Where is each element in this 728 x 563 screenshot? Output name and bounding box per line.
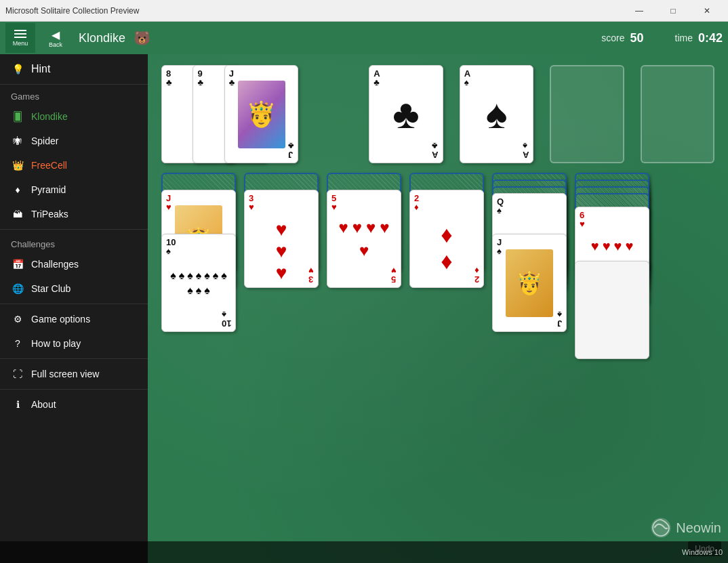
hint-label: Hint	[31, 63, 50, 75]
foundation-empty-1[interactable]	[550, 65, 624, 163]
card-rank-top: 10♠	[166, 238, 176, 255]
titlebar-controls: — □ ✕	[624, 0, 723, 22]
card-suit-center: ♣	[392, 94, 419, 135]
sidebar-item-game-options[interactable]: ⚙ Game options	[0, 307, 148, 331]
klondike-label: Klondike	[31, 111, 68, 122]
card-3-hearts[interactable]: 3♥ ♥ ♥ ♥ 3♥	[244, 190, 319, 288]
card-5-hearts[interactable]: 5♥ ♥ ♥ ♥ ♥ ♥ 5♥	[327, 190, 401, 288]
challenges-section-label: Challenges	[0, 232, 148, 252]
card-rank-top: 2♦	[414, 194, 419, 211]
card-10-spades[interactable]: 10♠ ♠♠ ♠♠ ♠♠ ♠♠ ♠♠ 10♠	[161, 234, 236, 332]
card-rank-top: A♠	[464, 69, 470, 87]
card-rank-bottom: A♠	[523, 142, 529, 159]
tableau-col-4[interactable]: 2♦ ♦ ♦ 2♦	[409, 173, 484, 271]
tableau-col-3[interactable]: 5♥ ♥ ♥ ♥ ♥ ♥ 5♥	[327, 173, 401, 271]
foundation-ace-spades[interactable]: A♠ ♠ A♠	[460, 65, 533, 163]
card-rank-top: 9♣	[197, 69, 203, 87]
about-icon: ℹ	[11, 398, 24, 411]
taskbar: Windows 10	[0, 541, 728, 563]
foundation-ace-clubs[interactable]: A♣ ♣ A♣	[369, 65, 443, 163]
fullscreen-icon: ⛶	[11, 367, 24, 381]
hamburger-icon	[14, 37, 26, 38]
sidebar-item-star-club[interactable]: 🌐 Star Club	[0, 276, 148, 301]
back-arrow-icon: ◀	[52, 28, 60, 41]
hamburger-icon	[14, 30, 26, 31]
divider4	[0, 389, 148, 390]
fullscreen-label: Full screen view	[31, 369, 99, 379]
card-9-red[interactable]	[575, 261, 649, 359]
card-2-diamonds[interactable]: 2♦ ♦ ♦ 2♦	[409, 190, 484, 288]
minimize-button[interactable]: —	[624, 0, 655, 22]
sidebar-item-freecell[interactable]: 👑 FreeCell	[0, 153, 148, 178]
back-button[interactable]: ◀ Back	[41, 23, 70, 53]
card-rank-bottom: J♣	[288, 142, 294, 159]
pyramid-icon: ♦	[11, 183, 24, 196]
daily-challenges-label: Challenges	[31, 259, 79, 270]
pyramid-label: Pyramid	[31, 184, 66, 195]
sidebar: 💡 Hint Games 🂠 Klondike 🕷 Spider 👑 FreeC…	[0, 54, 148, 563]
app-container: Menu ◀ Back Klondike 🐻 score 50 time 0:4…	[0, 22, 728, 563]
tripeaks-label: TriPeaks	[31, 209, 68, 220]
tableau-col-6[interactable]: 6♥ ♥ ♥ ♥ ♥ ♥ ♥ 6♥	[575, 173, 649, 271]
sidebar-item-pyramid[interactable]: ♦ Pyramid	[0, 178, 148, 202]
face-card-art: 🤴	[238, 81, 285, 148]
card-rank-bottom: 3♥	[308, 266, 314, 284]
time-value: 0:42	[698, 31, 723, 45]
maximize-button[interactable]: □	[658, 0, 689, 22]
sidebar-item-how-to-play[interactable]: ? How to play	[0, 331, 148, 356]
sidebar-item-tripeaks[interactable]: 🏔 TriPeaks	[0, 202, 148, 226]
sidebar-item-fullscreen[interactable]: ⛶ Full screen view	[0, 362, 148, 386]
card-pips: ♥ ♥ ♥ ♥ ♥	[327, 210, 401, 268]
star-club-label: Star Club	[31, 283, 70, 294]
score-section: score 50 time 0:42	[601, 31, 723, 45]
sidebar-item-klondike[interactable]: 🂠 Klondike	[0, 104, 148, 129]
game-options-icon: ⚙	[11, 312, 24, 326]
card-suit-center: ♠	[485, 94, 507, 135]
card-pips: ♦ ♦	[431, 212, 462, 266]
score-value: 50	[630, 31, 643, 45]
spider-icon: 🕷	[11, 134, 24, 148]
games-section-label: Games	[0, 85, 148, 104]
face-card-art: 🤴	[506, 249, 553, 317]
card-rank-top: 6♥	[580, 211, 585, 228]
face-card-figure: 🤴	[516, 270, 543, 296]
main-container: 💡 Hint Games 🂠 Klondike 🕷 Spider 👑 FreeC…	[0, 54, 728, 563]
how-to-play-label: How to play	[31, 338, 81, 349]
card-rank-top: 3♥	[249, 194, 254, 211]
menu-button[interactable]: Menu	[5, 23, 35, 53]
game-title: Klondike	[79, 31, 125, 45]
time-label: time	[675, 33, 693, 43]
card-rank-top: Q♠	[497, 197, 504, 215]
sidebar-item-spider[interactable]: 🕷 Spider	[0, 129, 148, 153]
daily-challenges-icon: 📅	[11, 257, 24, 271]
spider-label: Spider	[31, 135, 58, 146]
close-button[interactable]: ✕	[691, 0, 723, 22]
game-options-label: Game options	[31, 314, 90, 325]
score-label: score	[601, 33, 624, 43]
freecell-icon: 👑	[11, 159, 24, 172]
tripeaks-icon: 🏔	[11, 207, 24, 221]
about-label: About	[31, 399, 56, 410]
star-club-icon: 🌐	[11, 282, 24, 295]
bottom-tableau: J♥ 🤴 J♥ 10♠ ♠♠ ♠♠ ♠♠ ♠♠ ♠♠	[161, 173, 714, 271]
neowin-logo-icon	[650, 517, 672, 539]
divider2	[0, 304, 148, 304]
card-rank-top: J♥	[166, 194, 171, 211]
card-j-clubs[interactable]: J♣ 🤴 J♣	[224, 65, 298, 163]
neowin-text: Neowin	[676, 520, 721, 536]
divider	[0, 229, 148, 230]
game-area[interactable]: 8♣ 8♣ 9♣ 9♣ J♣ 🤴 J♣	[148, 54, 728, 563]
card-rank-bottom: 5♥	[391, 266, 397, 284]
hint-button[interactable]: 💡 Hint	[0, 54, 148, 85]
hint-icon: 💡	[11, 62, 24, 76]
card-rank-bottom: 2♦	[474, 266, 479, 284]
foundation-empty-2[interactable]	[641, 65, 714, 163]
card-j-spades[interactable]: J♠ 🤴 J♠	[492, 234, 567, 332]
tableau-col-1[interactable]: J♥ 🤴 J♥ 10♠ ♠♠ ♠♠ ♠♠ ♠♠ ♠♠	[161, 173, 236, 271]
sidebar-item-about[interactable]: ℹ About	[0, 392, 148, 417]
tableau-col-5[interactable]: Q♠ Q♠ J♠ 🤴 J♠	[492, 173, 567, 271]
freecell-label: FreeCell	[31, 160, 67, 171]
taskbar-label: Windows 10	[682, 548, 723, 556]
tableau-col-2[interactable]: 3♥ ♥ ♥ ♥ 3♥	[244, 173, 319, 271]
sidebar-item-daily-challenges[interactable]: 📅 Challenges	[0, 252, 148, 276]
